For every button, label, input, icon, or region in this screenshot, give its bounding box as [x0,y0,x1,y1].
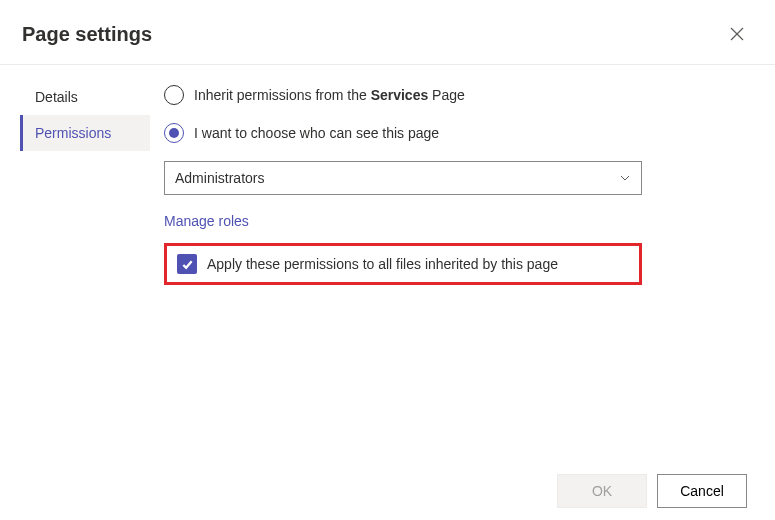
apply-permissions-checkbox[interactable] [177,254,197,274]
radio-row-inherit[interactable]: Inherit permissions from the Services Pa… [164,85,745,105]
roles-select[interactable]: Administrators [164,161,642,195]
roles-select-value: Administrators [175,170,264,186]
dialog-title: Page settings [22,23,152,46]
dialog-footer: OK Cancel [557,474,747,508]
inherit-suffix: Page [428,87,465,103]
radio-inherit[interactable] [164,85,184,105]
dialog-body: Details Permissions Inherit permissions … [0,65,775,285]
ok-button[interactable]: OK [557,474,647,508]
radio-choose[interactable] [164,123,184,143]
chevron-down-icon [619,172,631,184]
tab-details[interactable]: Details [20,79,150,115]
checkmark-icon [181,258,194,271]
inherit-prefix: Inherit permissions from the [194,87,371,103]
inherit-bold: Services [371,87,429,103]
sidebar: Details Permissions [0,79,150,285]
dialog-header: Page settings [0,0,775,65]
tab-permissions[interactable]: Permissions [20,115,150,151]
apply-permissions-label: Apply these permissions to all files inh… [207,256,558,272]
radio-choose-label: I want to choose who can see this page [194,125,439,141]
content-permissions: Inherit permissions from the Services Pa… [150,79,775,285]
close-icon [730,27,744,41]
manage-roles-link[interactable]: Manage roles [164,213,249,229]
cancel-button[interactable]: Cancel [657,474,747,508]
radio-inherit-label: Inherit permissions from the Services Pa… [194,87,465,103]
apply-permissions-highlight: Apply these permissions to all files inh… [164,243,642,285]
close-button[interactable] [721,18,753,50]
radio-row-choose[interactable]: I want to choose who can see this page [164,123,745,143]
